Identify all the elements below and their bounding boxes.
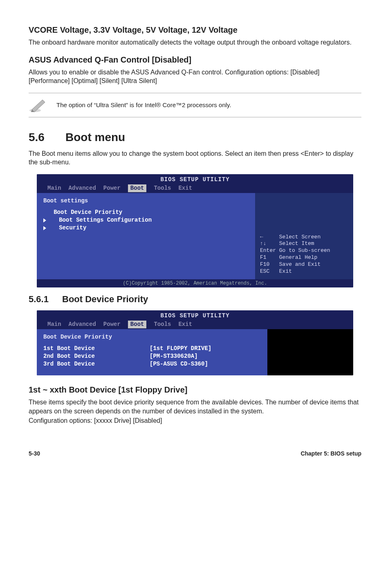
- bios-boot-row: 3rd Boot Device[PS-ASUS CD-S360]: [43, 360, 261, 368]
- bios-tab-power: Power: [103, 184, 121, 192]
- bios-help-row: Enter Go to Sub-screen: [260, 247, 348, 254]
- bios-item-label: Boot Settings Configuration: [49, 217, 152, 223]
- bios-help: ← Select Screen ↑↓ Select Item Enter Go …: [260, 234, 348, 275]
- bios-help-row: F1 General Help: [260, 254, 348, 261]
- heading-qfan: ASUS Advanced Q-Fan Control [Disabled]: [29, 54, 361, 65]
- bios-row-key: 1st Boot Device: [43, 345, 150, 352]
- bios-tab-advanced: Advanced: [69, 321, 96, 328]
- bios-row-key: 2nd Boot Device: [43, 352, 150, 360]
- bios-item-label: Security: [49, 224, 86, 231]
- bios-row-value: [PS-ASUS CD-S360]: [150, 361, 208, 367]
- bios-tab-tools: Tools: [154, 321, 171, 328]
- bios-item: Security: [43, 224, 249, 232]
- subsection-number: 5.6.1: [29, 293, 62, 305]
- bios-boot-row: 2nd Boot Device[PM-ST330620A]: [43, 352, 261, 360]
- section-title: Boot menu: [65, 131, 125, 144]
- page-footer: 5-30 Chapter 5: BIOS setup: [29, 450, 361, 458]
- bios-item: Boot Settings Configuration: [43, 216, 249, 224]
- bios-help-row: F10 Save and Exit: [260, 261, 348, 268]
- section-number: 5.6: [29, 130, 65, 145]
- bios-screenshot-boot-priority: BIOS SETUP UTILITY Main Advanced Power B…: [37, 310, 353, 375]
- triangle-icon: [43, 226, 46, 230]
- paragraph-vcore: The onboard hardware monitor automatical…: [29, 38, 361, 47]
- bios-row-value: [PM-ST330620A]: [150, 353, 198, 359]
- note-block: The option of “Ultra Silent” is for Inte…: [29, 93, 361, 117]
- bios-tab-advanced: Advanced: [69, 184, 96, 192]
- bios-row-value: [1st FLOPPY DRIVE]: [150, 345, 211, 352]
- paragraph-boot-device-1: These items specify the boot device prio…: [29, 398, 361, 415]
- pencil-icon: [29, 97, 47, 113]
- bios-help-row: ↑↓ Select Item: [260, 240, 348, 247]
- bios-boot-row: 1st Boot Device[1st FLOPPY DRIVE]: [43, 345, 261, 352]
- bios-tab-boot: Boot: [128, 321, 147, 328]
- bios-right-pane: ← Select Screen ↑↓ Select Item Enter Go …: [255, 193, 353, 279]
- heading-vcore: VCORE Voltage, 3.3V Voltage, 5V Voltage,…: [29, 25, 361, 36]
- bios-item: Boot Device Priority: [43, 209, 249, 216]
- page-number: 5-30: [29, 450, 40, 458]
- triangle-icon: [43, 218, 46, 222]
- bios-left-header: Boot settings: [43, 197, 249, 205]
- bios-left-header: Boot Device Priority: [43, 333, 261, 341]
- note-text: The option of “Ultra Silent” is for Inte…: [56, 101, 231, 109]
- bios-tab-main: Main: [47, 184, 61, 192]
- bios-title: BIOS SETUP UTILITY: [37, 310, 353, 320]
- bios-tab-power: Power: [103, 321, 121, 328]
- bios-left-pane: Boot Device Priority 1st Boot Device[1st…: [37, 329, 267, 376]
- bios-tab-main: Main: [47, 321, 61, 328]
- bios-tab-exit: Exit: [178, 184, 192, 192]
- bios-help-row: ← Select Screen: [260, 234, 348, 241]
- bios-right-pane: [267, 329, 353, 376]
- bios-tab-boot: Boot: [128, 184, 147, 192]
- bios-row-key: 3rd Boot Device: [43, 360, 150, 368]
- bios-title: BIOS SETUP UTILITY: [37, 174, 353, 184]
- paragraph-boot-device-2: Configuration options: [xxxxx Drive] [Di…: [29, 416, 361, 425]
- paragraph-qfan: Allows you to enable or disable the ASUS…: [29, 68, 361, 85]
- bios-copyright: (C)Copyright 1985-2002, American Megatre…: [37, 279, 353, 287]
- bios-tab-exit: Exit: [178, 321, 192, 328]
- bios-left-pane: Boot settings Boot Device Priority Boot …: [37, 193, 255, 279]
- section-heading: 5.6Boot menu: [29, 130, 361, 145]
- chapter-label: Chapter 5: BIOS setup: [300, 450, 361, 458]
- heading-boot-device: 1st ~ xxth Boot Device [1st Floppy Drive…: [29, 384, 361, 395]
- bios-screenshot-boot-menu: BIOS SETUP UTILITY Main Advanced Power B…: [37, 174, 353, 287]
- bios-tabs: Main Advanced Power Boot Tools Exit: [37, 320, 353, 329]
- subsection-title: Boot Device Priority: [62, 294, 148, 304]
- bios-tabs: Main Advanced Power Boot Tools Exit: [37, 184, 353, 193]
- bios-tab-tools: Tools: [154, 184, 171, 192]
- subsection-heading: 5.6.1Boot Device Priority: [29, 293, 361, 305]
- bios-help-row: ESC Exit: [260, 268, 348, 275]
- section-paragraph: The Boot menu items allow you to change …: [29, 149, 361, 167]
